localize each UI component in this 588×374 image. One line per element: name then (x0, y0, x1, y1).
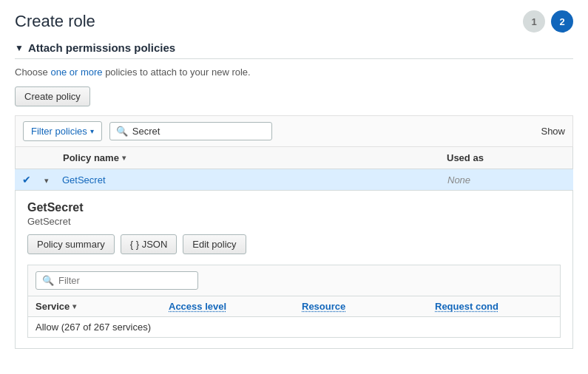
access-level-col-header[interactable]: Access level (169, 301, 302, 312)
step-1-circle: 1 (523, 10, 545, 33)
toolbar-row: Filter policies ▾ 🔍 Show (15, 115, 573, 147)
detail-subtitle: GetSecret (27, 216, 561, 227)
page-title: Create role (15, 12, 573, 31)
table-header: Policy name ▾ Used as (15, 147, 573, 169)
service-col-header[interactable]: Service ▾ (36, 301, 169, 312)
request-cond-col-header[interactable]: Request cond (435, 301, 552, 312)
policy-summary-button[interactable]: Policy summary (27, 234, 115, 254)
toolbar-left: Filter policies ▾ 🔍 (23, 121, 272, 141)
page-wrapper: 1 2 Create role ▼ Attach permissions pol… (0, 0, 588, 374)
create-policy-button[interactable]: Create policy (15, 86, 90, 106)
policy-table-header: Service ▾ Access level Resource Request … (27, 296, 561, 317)
step-2-circle: 2 (551, 10, 573, 33)
detail-title: GetSecret (27, 201, 561, 214)
used-as-header: Used as (447, 152, 565, 163)
policy-name-header[interactable]: Policy name ▾ (63, 152, 447, 163)
search-box: 🔍 (109, 122, 272, 140)
sort-icon: ▾ (122, 154, 126, 162)
search-icon: 🔍 (116, 126, 128, 137)
table-row[interactable]: ✔ ▾ GetSecret None (15, 169, 573, 191)
filter-search-icon: 🔍 (42, 275, 54, 286)
section-desc: Choose one or more policies to attach to… (15, 67, 573, 78)
search-input[interactable] (132, 126, 266, 137)
filter-policies-button[interactable]: Filter policies ▾ (23, 121, 102, 141)
allow-row: Allow (267 of 267 services) (27, 317, 561, 338)
row-checkbox[interactable]: ✔ (22, 174, 44, 186)
json-button[interactable]: { } JSON (121, 234, 178, 254)
section-divider (15, 58, 573, 59)
filter-panel: 🔍 (27, 265, 561, 296)
collapse-icon[interactable]: ▼ (15, 43, 24, 53)
resource-col-header[interactable]: Resource (302, 301, 435, 312)
detail-panel: GetSecret GetSecret Policy summary { } J… (15, 191, 573, 349)
edit-policy-button[interactable]: Edit policy (183, 234, 246, 254)
used-as-cell: None (447, 174, 566, 186)
or-more-link[interactable]: one or more (50, 67, 102, 78)
step-indicators: 1 2 (523, 10, 573, 33)
show-label: Show (541, 126, 565, 137)
section-header: ▼ Attach permissions policies (15, 41, 573, 54)
row-expand[interactable]: ▾ (44, 174, 62, 186)
detail-buttons: Policy summary { } JSON Edit policy (27, 234, 561, 254)
policy-name-cell[interactable]: GetSecret (62, 174, 447, 186)
service-sort-icon: ▾ (72, 302, 76, 310)
filter-caret-icon: ▾ (90, 127, 94, 135)
filter-input[interactable] (58, 275, 192, 286)
filter-input-box: 🔍 (36, 271, 198, 290)
